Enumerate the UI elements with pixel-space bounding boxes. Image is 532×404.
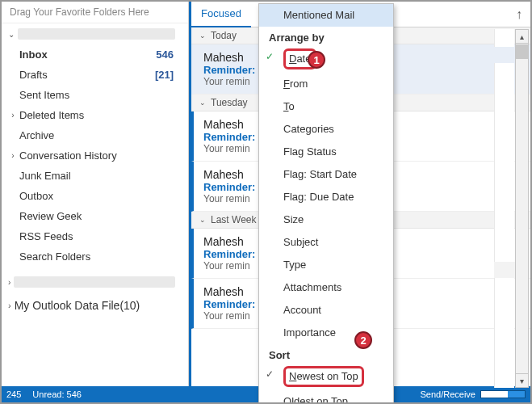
menu-item-importance[interactable]: Importance: [259, 322, 393, 344]
menu-header-arrange-by: Arrange by: [259, 27, 393, 45]
scroll-down-icon[interactable]: ▾: [516, 373, 528, 387]
menu-item-size[interactable]: Size: [259, 208, 393, 231]
progress-bar: [480, 390, 526, 398]
chevron-right-icon: ›: [8, 111, 18, 120]
chevron-right-icon: ›: [8, 278, 10, 287]
chevron-down-icon: ⌄: [199, 99, 206, 107]
menu-mentioned-mail[interactable]: Mentioned Mail: [259, 4, 393, 27]
menu-item-attachments[interactable]: Attachments: [259, 276, 393, 299]
menu-item-to[interactable]: To: [259, 95, 393, 118]
menu-item-flag-due-date[interactable]: Flag: Due Date: [259, 186, 393, 208]
menu-item-type[interactable]: Type: [259, 254, 393, 276]
check-icon: ✓: [266, 48, 274, 65]
tab-focused[interactable]: Focused: [191, 2, 251, 27]
scroll-up-icon[interactable]: ▴: [516, 30, 528, 44]
account-header[interactable]: ⌄: [2, 23, 188, 44]
folder-search-folders[interactable]: Search Folders: [2, 246, 188, 267]
menu-item-subject[interactable]: Subject: [259, 231, 393, 254]
chevron-down-icon: ⌄: [8, 30, 15, 39]
folder-archive[interactable]: Archive: [2, 125, 188, 145]
menu-item-from[interactable]: From: [259, 73, 393, 95]
menu-item-date[interactable]: ✓ Date: [259, 45, 393, 73]
menu-item-categories[interactable]: Categories: [259, 118, 393, 141]
callout-1: 1: [308, 51, 325, 69]
scrollbar[interactable]: ▴ ▾: [515, 29, 529, 388]
status-send-receive: Send/Receive: [421, 389, 476, 399]
folder-sidebar: Drag Your Favorite Folders Here ⌄ Inbox …: [2, 2, 189, 388]
menu-item-newest-on-top[interactable]: ✓ Newest on Top: [259, 363, 393, 390]
scroll-thumb[interactable]: [516, 44, 528, 59]
folder-deleted-items[interactable]: › Deleted Items: [2, 105, 188, 125]
check-icon: ✓: [266, 366, 274, 382]
status-item-count: 245: [6, 389, 21, 399]
menu-item-flag-start-date[interactable]: Flag: Start Date: [259, 163, 393, 186]
chevron-right-icon: ›: [8, 301, 11, 310]
folder-junk-email[interactable]: Junk Email: [2, 166, 188, 186]
chevron-down-icon: ⌄: [199, 32, 206, 40]
callout-2: 2: [354, 331, 372, 349]
menu-item-oldest-on-top[interactable]: Oldest on Top: [259, 390, 393, 404]
reading-pane-edge: [494, 29, 514, 388]
folder-sent-items[interactable]: Sent Items: [2, 85, 188, 105]
account-header-2[interactable]: ›: [2, 271, 188, 292]
folder-review-geek[interactable]: Review Geek: [2, 206, 188, 226]
reading-pane-sel-strip: [494, 47, 515, 63]
folder-inbox[interactable]: Inbox 546: [2, 44, 188, 65]
folder-conversation-history[interactable]: › Conversation History: [2, 145, 188, 166]
folder-rss-feeds[interactable]: RSS Feeds: [2, 226, 188, 246]
account-name-redacted: [18, 28, 175, 40]
outlook-data-file[interactable]: › My Outlook Data File(10): [2, 292, 188, 318]
account-name-redacted: [14, 276, 175, 288]
sort-direction-arrow[interactable]: ↑: [508, 7, 530, 22]
favorites-drop-hint: Drag Your Favorite Folders Here: [2, 2, 188, 23]
status-unread: Unread: 546: [32, 389, 82, 399]
reading-pane-strip: [494, 262, 515, 278]
folder-outbox[interactable]: Outbox: [2, 186, 188, 206]
menu-item-account[interactable]: Account: [259, 299, 393, 322]
menu-header-sort: Sort: [259, 344, 393, 363]
chevron-down-icon: ⌄: [199, 216, 206, 224]
chevron-right-icon: ›: [8, 151, 18, 160]
arrange-by-menu: Mentioned Mail Arrange by ✓ Date From To…: [258, 3, 394, 404]
folder-drafts[interactable]: Drafts [21]: [2, 65, 188, 85]
menu-item-flag-status[interactable]: Flag Status: [259, 141, 393, 163]
